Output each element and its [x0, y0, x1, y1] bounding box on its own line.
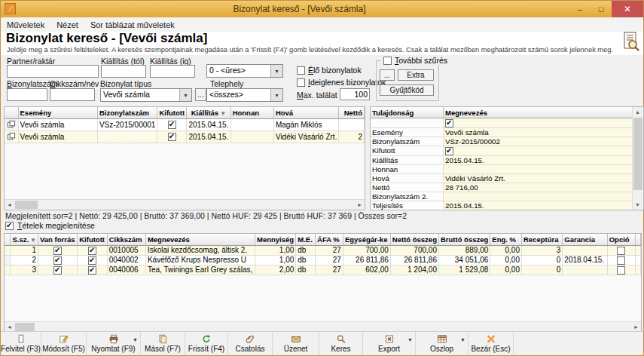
csatolas-button[interactable]: Csatolás — [228, 332, 273, 355]
cell-Esemény[interactable]: Vevői számla — [18, 119, 97, 131]
cell-Nettó[interactable]: 2 — [339, 131, 365, 143]
chevron-down-icon[interactable]: ▼ — [133, 337, 138, 342]
cell-Van forrás[interactable] — [38, 246, 78, 256]
felvitel-button[interactable]: Felvitel (F3) — [1, 332, 41, 355]
cell-Kifutott[interactable] — [157, 119, 187, 131]
column-header-Megnevezés[interactable]: Megnevezés — [145, 234, 255, 246]
cell-ÁFA %[interactable]: 27 — [316, 265, 343, 275]
elo-bizonylatok-checkbox[interactable]: Élő bizonylatok — [297, 66, 362, 75]
cell-Megnevezés[interactable]: Iskolai kezdőcsomag, áltisk 2. — [145, 246, 255, 256]
chevron-down-icon[interactable]: ▼ — [407, 337, 413, 342]
cell-Opció[interactable] — [607, 255, 636, 265]
property-value[interactable] — [444, 118, 633, 128]
column-header-Egységár-ke[interactable]: Egységár-ke — [343, 234, 390, 246]
column-header-Kifutott[interactable]: Kifutott — [157, 107, 187, 119]
cell-Nettó összeg[interactable]: 1 204,00 — [390, 265, 438, 275]
row-selector-cell[interactable] — [5, 265, 11, 275]
cell-Receptúra[interactable]: 0 — [521, 255, 562, 265]
cell-Honnan[interactable] — [230, 119, 273, 131]
checkbox[interactable] — [88, 247, 96, 255]
cell-M.E.[interactable]: db — [296, 255, 316, 265]
tetelek-checkbox[interactable]: Tételek megjelenítése — [5, 221, 95, 230]
property-value[interactable]: 28 716,00 — [444, 183, 633, 192]
cell-Kiállítás[interactable]: 2015.04.15. — [187, 119, 230, 131]
cell-Bruttó összeg[interactable]: 889,00 — [438, 246, 490, 256]
cell-Bizonylatszám[interactable]: VSz-2015/00002 — [97, 131, 157, 143]
ures-dropdown[interactable]: 0 - <üres>▼ — [206, 64, 283, 78]
export-button[interactable]: Export▼ — [363, 332, 416, 355]
checkbox[interactable] — [53, 266, 62, 275]
tovabbi-dots-button[interactable]: ... — [380, 69, 395, 81]
telephely-dropdown[interactable]: <összes>▼ — [206, 88, 283, 102]
column-header-megnevezes[interactable]: Megnevezés — [444, 107, 633, 118]
checkbox[interactable] — [88, 266, 96, 275]
cell-Esemény[interactable]: Vevői számla — [18, 131, 97, 143]
checkbox[interactable] — [617, 266, 625, 275]
column-header-S.sz.[interactable]: S.sz.▼ — [11, 234, 38, 246]
cell-Van forrás[interactable] — [38, 255, 78, 265]
tovabbi-szures-checkbox[interactable]: További szűrés — [381, 56, 450, 65]
items-hscrollbar[interactable]: ◄ ► — [5, 321, 641, 332]
cell-M.E.[interactable]: db — [296, 246, 316, 256]
checkbox[interactable] — [445, 119, 453, 127]
cell-Megnevezés[interactable]: Kávéfőző Krups Nespresso U — [145, 255, 255, 265]
checkbox[interactable] — [617, 247, 625, 255]
oszlop-button[interactable]: Oszlop▼ — [416, 332, 469, 355]
column-header-Opció[interactable]: Opció — [607, 234, 636, 246]
results-hscrollbar[interactable]: ◄ ► — [5, 199, 365, 210]
cell-S.sz.[interactable]: 1 — [11, 246, 38, 256]
checkbox[interactable] — [88, 256, 96, 265]
scroll-left-icon[interactable]: ◄ — [5, 200, 14, 210]
cell-Cikkszám[interactable]: 0040002 — [107, 255, 145, 265]
scroll-thumb[interactable] — [15, 201, 38, 209]
scroll-up-icon[interactable]: ▲ — [633, 107, 642, 117]
chevron-down-icon[interactable]: ▼ — [460, 337, 465, 342]
cell-Mennyiség[interactable]: 1,00 — [255, 255, 296, 265]
property-value[interactable]: 2015.04.15. — [444, 201, 633, 210]
property-value[interactable]: 2015.04.30. — [444, 210, 633, 210]
cell-Egységár-ke[interactable]: 700,00 — [343, 246, 390, 256]
modosit-button[interactable]: Módosít (F5) — [41, 332, 87, 355]
column-header-Cikkszám[interactable]: Cikkszám — [107, 234, 145, 246]
column-header-Nettó[interactable]: Nettó — [339, 107, 365, 119]
max-talalat-input[interactable] — [340, 88, 370, 100]
cell-Honnan[interactable] — [230, 131, 273, 143]
frissit-button[interactable]: Frissít (F4) — [185, 332, 228, 355]
cell-Nettó összeg[interactable]: 700,00 — [390, 246, 438, 256]
checkbox[interactable] — [168, 121, 176, 129]
masol-button[interactable]: Másol (F7) — [141, 332, 185, 355]
cell-Nettó összeg[interactable]: 26 811,86 — [390, 255, 438, 265]
column-header-M.E.[interactable]: M.E. — [296, 234, 316, 246]
column-header-Honnan[interactable]: Honnan — [230, 107, 273, 119]
nyomtat-button[interactable]: Nyomtat (F9)▼ — [87, 332, 141, 355]
row-selector-cell[interactable] — [5, 119, 18, 131]
property-value[interactable]: 2015.04.15. — [444, 155, 633, 164]
cell-Hová[interactable]: Magán Miklós — [273, 119, 339, 131]
tipus-more-button[interactable]: ... — [195, 88, 206, 101]
cell-S.sz.[interactable]: 2 — [11, 255, 38, 265]
column-header-ÁFA %[interactable]: ÁFA % — [316, 234, 343, 246]
scroll-right-icon[interactable]: ► — [355, 200, 365, 210]
property-vscrollbar[interactable]: ▲ ▼ — [632, 107, 643, 210]
close-button[interactable]: ✕ — [612, 1, 643, 17]
row-selector-cell[interactable] — [5, 246, 11, 256]
column-header-Esemény[interactable]: Esemény — [18, 107, 97, 119]
cell-Kifutott[interactable] — [78, 265, 107, 275]
property-value[interactable]: VSz-2015/00002 — [444, 137, 633, 146]
property-value[interactable]: Vidéki Vásárló Zrt. — [444, 173, 633, 183]
cell-Egységár-ke[interactable]: 26 811,86 — [343, 255, 390, 265]
property-value[interactable] — [444, 164, 633, 173]
checkbox[interactable] — [297, 66, 305, 75]
checkbox[interactable] — [53, 256, 62, 265]
cell-Eng. %[interactable]: 0,00 — [490, 265, 522, 275]
cell-Bizonylatszám[interactable]: VSz-2015/00001 — [97, 119, 157, 131]
kiallitas-ig-input[interactable] — [150, 65, 195, 78]
keres-button[interactable]: Keres — [319, 332, 363, 355]
cell-Cikkszám[interactable]: 0010005 — [107, 246, 145, 256]
checkbox[interactable] — [5, 222, 14, 230]
cell-Nettó[interactable] — [339, 119, 365, 131]
cell-S.sz.[interactable]: 3 — [11, 265, 38, 275]
cell-Mennyiség[interactable]: 2,00 — [255, 265, 296, 275]
bezar-button[interactable]: Bezár (Esc) — [469, 332, 514, 355]
column-header-Van forrás[interactable]: Van forrás — [38, 234, 78, 246]
